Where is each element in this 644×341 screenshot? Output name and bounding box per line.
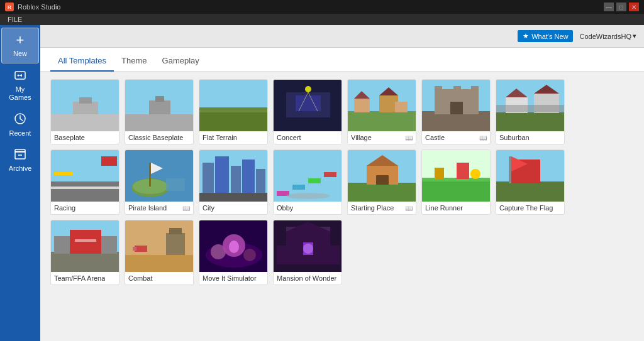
template-card-suburban[interactable]: Suburban (496, 79, 565, 144)
sidebar-recent-label: Recent (9, 129, 31, 138)
svg-rect-60 (231, 166, 241, 197)
template-name-village: Village (351, 134, 372, 141)
svg-rect-3 (19, 75, 22, 77)
close-button[interactable]: ✕ (629, 3, 639, 11)
svg-rect-78 (435, 168, 444, 179)
my-games-icon (14, 68, 26, 83)
svg-rect-21 (296, 95, 321, 111)
svg-rect-61 (242, 160, 255, 197)
svg-rect-71 (348, 183, 416, 202)
template-thumb-move-it-simulator (199, 220, 268, 272)
template-name-line-runner: Line Runner (425, 204, 463, 212)
svg-rect-15 (155, 96, 164, 102)
app-body: + New My Games Recent (0, 25, 644, 341)
template-card-starting-place[interactable]: Starting Place📖 (347, 149, 416, 215)
template-name-pirate-island: Pirate Island (128, 204, 167, 212)
svg-rect-27 (354, 99, 370, 112)
template-thumb-flat-terrain (199, 80, 268, 131)
template-card-flat-terrain[interactable]: Flat Terrain (199, 79, 268, 144)
template-name-mansion-of-wonder: Mansion of Wonder (277, 274, 336, 282)
svg-rect-59 (215, 156, 229, 197)
svg-point-80 (470, 169, 480, 179)
star-icon: ★ (523, 32, 529, 40)
book-icon: 📖 (479, 134, 487, 141)
sidebar-item-recent[interactable]: Recent (1, 107, 39, 143)
svg-rect-93 (125, 255, 194, 272)
content-area: ★ What's New CodeWizardsHQ ▾ All Templat… (40, 25, 644, 341)
template-card-baseplate[interactable]: Baseplate (50, 79, 119, 144)
template-label-starting-place: Starting Place📖 (348, 202, 416, 214)
svg-rect-77 (422, 178, 491, 181)
template-card-mansion-of-wonder[interactable]: Mansion of Wonder (273, 220, 342, 285)
template-thumb-baseplate (51, 80, 119, 131)
templates-area: BaseplateClassic BaseplateFlat TerrainCo… (40, 72, 644, 341)
sidebar-my-games-label: My Games (4, 85, 36, 102)
minimize-button[interactable]: — (604, 3, 614, 11)
templates-grid: BaseplateClassic BaseplateFlat TerrainCo… (50, 79, 634, 285)
book-icon: 📖 (182, 205, 190, 212)
chevron-down-icon: ▾ (633, 32, 636, 40)
sidebar-item-my-games[interactable]: My Games (1, 63, 39, 107)
template-name-move-it-simulator: Move It Simulator (203, 274, 257, 282)
recent-icon (14, 112, 26, 127)
app-icon: R (5, 3, 14, 11)
template-thumb-concert (274, 80, 342, 131)
svg-rect-14 (149, 100, 170, 114)
svg-rect-58 (203, 163, 214, 197)
maximize-button[interactable]: □ (616, 3, 626, 11)
template-thumb-village (348, 80, 416, 131)
template-card-combat[interactable]: Combat (125, 220, 194, 285)
svg-rect-31 (395, 102, 408, 112)
template-label-concert: Concert (274, 131, 341, 144)
template-card-city[interactable]: City (199, 149, 268, 215)
tab-all-templates[interactable]: All Templates (50, 51, 114, 72)
template-label-team-ffa-arena: Team/FFA Arena (51, 272, 119, 284)
template-card-line-runner[interactable]: Line Runner (421, 149, 491, 215)
template-card-concert[interactable]: Concert (273, 79, 342, 144)
menu-file[interactable]: FILE (4, 16, 26, 23)
template-card-pirate-island[interactable]: Pirate Island📖 (125, 149, 194, 215)
template-card-team-ffa-arena[interactable]: Team/FFA Arena (50, 220, 119, 285)
template-name-city: City (203, 204, 214, 212)
template-card-village[interactable]: Village📖 (347, 79, 416, 144)
template-name-starting-place: Starting Place (351, 204, 394, 212)
template-name-baseplate: Baseplate (54, 134, 85, 141)
svg-rect-49 (101, 156, 117, 166)
svg-rect-91 (75, 239, 96, 242)
template-label-baseplate: Baseplate (51, 131, 119, 144)
svg-rect-35 (435, 86, 442, 91)
template-thumb-starting-place (348, 150, 416, 202)
svg-rect-63 (199, 193, 268, 202)
svg-rect-50 (54, 172, 73, 175)
sidebar-item-new[interactable]: + New (1, 28, 39, 63)
whats-new-button[interactable]: ★ What's New (518, 30, 573, 42)
sidebar-item-archive[interactable]: Archive (1, 143, 39, 178)
archive-icon (14, 148, 26, 162)
svg-rect-9 (51, 114, 119, 131)
top-bar: ★ What's New CodeWizardsHQ ▾ (40, 25, 644, 48)
tabs-bar: All Templates Theme Gameplay (40, 48, 644, 72)
template-label-obby: Obby (274, 202, 341, 214)
template-label-classic-baseplate: Classic Baseplate (125, 131, 193, 144)
template-card-racing[interactable]: Racing (50, 149, 119, 215)
template-name-flat-terrain: Flat Terrain (203, 134, 237, 141)
sidebar-archive-label: Archive (9, 165, 32, 173)
new-icon: + (16, 33, 25, 47)
template-card-move-it-simulator[interactable]: Move It Simulator (199, 220, 268, 285)
template-card-castle[interactable]: Castle📖 (421, 79, 491, 144)
svg-rect-76 (422, 180, 491, 202)
template-card-obby[interactable]: Obby (273, 149, 342, 215)
template-label-line-runner: Line Runner (422, 202, 490, 214)
template-thumb-suburban (496, 80, 565, 131)
template-label-mansion-of-wonder: Mansion of Wonder (274, 272, 341, 284)
template-label-capture-the-flag: Capture The Flag (496, 202, 564, 214)
tab-theme[interactable]: Theme (114, 51, 154, 72)
title-bar: R Roblox Studio — □ ✕ (0, 0, 644, 14)
tab-gameplay[interactable]: Gameplay (155, 51, 207, 72)
template-card-classic-baseplate[interactable]: Classic Baseplate (125, 79, 194, 144)
svg-rect-95 (169, 228, 182, 234)
book-icon: 📖 (405, 134, 413, 141)
template-card-capture-the-flag[interactable]: Capture The Flag (496, 149, 565, 215)
svg-rect-54 (149, 163, 151, 187)
svg-rect-84 (509, 156, 511, 183)
